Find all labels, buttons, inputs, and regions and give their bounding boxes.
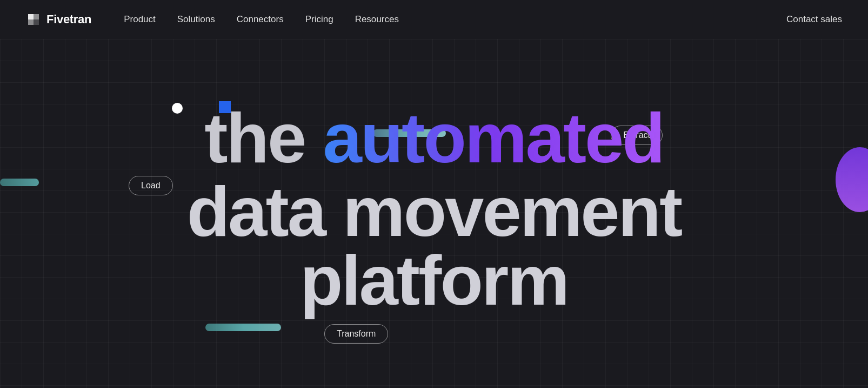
- deco-blue-square: [219, 101, 231, 113]
- deco-white-circle: [172, 103, 183, 114]
- contact-sales-link[interactable]: Contact sales: [786, 14, 842, 24]
- navbar: Fivetran Product Solutions Connectors Pr…: [0, 0, 868, 39]
- nav-right: Contact sales: [786, 14, 842, 25]
- deco-pill-top: [373, 129, 446, 137]
- nav-pricing[interactable]: Pricing: [305, 14, 333, 25]
- logo-text: Fivetran: [46, 12, 91, 27]
- badge-extract: Extract: [611, 126, 663, 145]
- logo[interactable]: Fivetran: [26, 12, 91, 27]
- nav-connectors[interactable]: Connectors: [237, 14, 284, 25]
- nav-links: Product Solutions Connectors Pricing Res…: [124, 14, 786, 25]
- hero-section: Extract Load Transform the automated dat…: [0, 39, 868, 388]
- nav-product[interactable]: Product: [124, 14, 156, 25]
- grid-background: [0, 39, 868, 388]
- nav-resources[interactable]: Resources: [355, 14, 399, 25]
- badge-load: Load: [129, 176, 173, 195]
- hero-line3: platform: [56, 244, 812, 318]
- deco-pill-bottom: [205, 324, 281, 331]
- deco-purple-circle: [836, 147, 868, 212]
- deco-pill-left: [0, 179, 39, 186]
- badge-transform: Transform: [324, 324, 388, 344]
- logo-icon: [26, 12, 41, 27]
- nav-solutions[interactable]: Solutions: [177, 14, 215, 25]
- hero-line1: the automated: [56, 101, 812, 175]
